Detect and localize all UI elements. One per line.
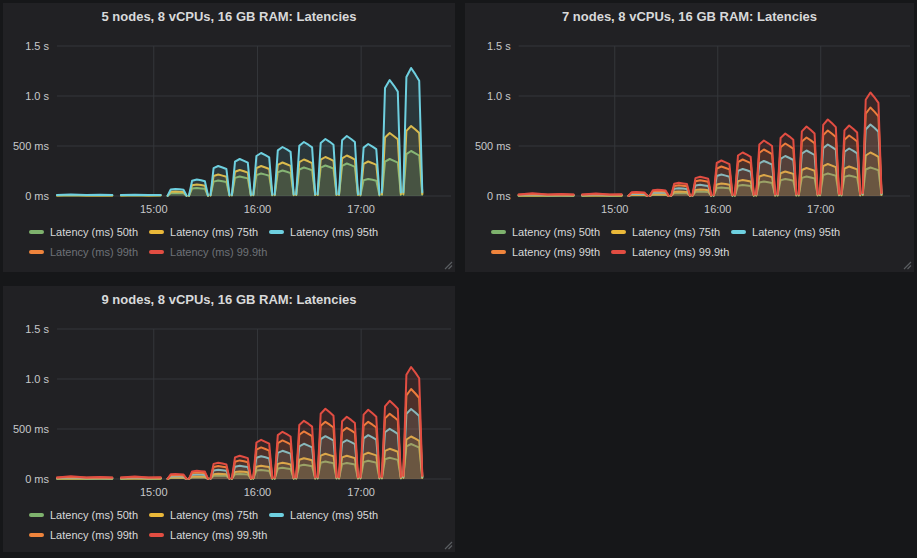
- legend-item[interactable]: Latency (ms) 99.9th: [611, 246, 729, 258]
- legend-series-swatch-icon: [149, 513, 164, 517]
- legend-row: Latency (ms) 50thLatency (ms) 75thLatenc…: [29, 509, 447, 521]
- y-axis-tick-label: 500 ms: [13, 423, 50, 435]
- chart-plot-area[interactable]: [519, 46, 910, 196]
- y-axis-tick-label: 500 ms: [475, 140, 511, 152]
- legend-row: Latency (ms) 99thLatency (ms) 99.9th: [491, 246, 906, 258]
- legend-series-swatch-icon: [269, 230, 284, 234]
- legend-row: Latency (ms) 99thLatency (ms) 99.9th: [29, 246, 447, 258]
- legend-item[interactable]: Latency (ms) 50th: [29, 226, 138, 238]
- y-axis-tick-label: 1.0 s: [25, 90, 49, 102]
- panel-resize-handle[interactable]: [902, 260, 912, 270]
- legend-series-label: Latency (ms) 75th: [170, 509, 258, 521]
- legend-item[interactable]: Latency (ms) 95th: [731, 226, 840, 238]
- legend-series-swatch-icon: [611, 230, 626, 234]
- legend-item[interactable]: Latency (ms) 95th: [269, 509, 378, 521]
- x-axis-tick-label: 16:00: [244, 486, 272, 498]
- latency-chart: 1.5 s1.0 s500 ms0 ms15:0016:0017:00: [3, 29, 455, 219]
- y-axis-tick-label: 1.5 s: [487, 40, 511, 52]
- latency-chart: 1.5 s1.0 s500 ms0 ms15:0016:0017:00: [465, 29, 914, 219]
- chart-plot-area[interactable]: [57, 329, 451, 479]
- dashboard-panel: 7 nodes, 8 vCPUs, 16 GB RAM: Latencies 1…: [465, 3, 914, 272]
- legend-item[interactable]: Latency (ms) 75th: [611, 226, 720, 238]
- legend-series-swatch-icon: [731, 230, 746, 234]
- legend-item[interactable]: Latency (ms) 95th: [269, 226, 378, 238]
- legend-series-label: Latency (ms) 99.9th: [170, 529, 267, 541]
- legend-series-label: Latency (ms) 99th: [50, 529, 138, 541]
- legend-item[interactable]: Latency (ms) 99th: [491, 246, 600, 258]
- legend-series-swatch-icon: [29, 513, 44, 517]
- panel-legend: Latency (ms) 50thLatency (ms) 75thLatenc…: [491, 226, 906, 266]
- legend-series-label: Latency (ms) 95th: [290, 509, 378, 521]
- dashboard-panel: 5 nodes, 8 vCPUs, 16 GB RAM: Latencies 1…: [3, 3, 455, 272]
- legend-row: Latency (ms) 50thLatency (ms) 75thLatenc…: [491, 226, 906, 238]
- legend-series-swatch-icon: [29, 533, 44, 537]
- legend-row: Latency (ms) 50thLatency (ms) 75thLatenc…: [29, 226, 447, 238]
- legend-item[interactable]: Latency (ms) 99.9th: [149, 246, 267, 258]
- legend-series-swatch-icon: [149, 533, 164, 537]
- y-axis-tick-label: 1.5 s: [25, 40, 49, 52]
- x-axis-tick-label: 17:00: [347, 203, 375, 215]
- legend-series-swatch-icon: [491, 230, 506, 234]
- chart-plot-area[interactable]: [57, 46, 451, 196]
- legend-series-swatch-icon: [29, 250, 44, 254]
- legend-item[interactable]: Latency (ms) 99th: [29, 529, 138, 541]
- legend-series-label: Latency (ms) 95th: [752, 226, 840, 238]
- legend-item[interactable]: Latency (ms) 99th: [29, 246, 138, 258]
- legend-series-label: Latency (ms) 50th: [50, 226, 138, 238]
- legend-series-label: Latency (ms) 75th: [632, 226, 720, 238]
- legend-item[interactable]: Latency (ms) 75th: [149, 509, 258, 521]
- legend-series-label: Latency (ms) 99.9th: [632, 246, 729, 258]
- legend-item[interactable]: Latency (ms) 50th: [29, 509, 138, 521]
- x-axis-tick-label: 17:00: [347, 486, 375, 498]
- panel-resize-handle[interactable]: [443, 260, 453, 270]
- x-axis-tick-label: 17:00: [807, 203, 834, 215]
- legend-series-swatch-icon: [611, 250, 626, 254]
- legend-series-label: Latency (ms) 75th: [170, 226, 258, 238]
- y-axis-tick-label: 0 ms: [487, 190, 511, 202]
- x-axis-tick-label: 16:00: [704, 203, 731, 215]
- y-axis-tick-label: 500 ms: [13, 140, 50, 152]
- legend-series-label: Latency (ms) 50th: [50, 509, 138, 521]
- legend-series-label: Latency (ms) 95th: [290, 226, 378, 238]
- x-axis-tick-label: 15:00: [601, 203, 628, 215]
- legend-series-label: Latency (ms) 99th: [50, 246, 138, 258]
- panel-title[interactable]: 5 nodes, 8 vCPUs, 16 GB RAM: Latencies: [3, 3, 455, 29]
- y-axis-tick-label: 0 ms: [25, 190, 49, 202]
- legend-series-swatch-icon: [269, 513, 284, 517]
- legend-series-label: Latency (ms) 99th: [512, 246, 600, 258]
- legend-item[interactable]: Latency (ms) 75th: [149, 226, 258, 238]
- x-axis-tick-label: 16:00: [244, 203, 272, 215]
- x-axis-tick-label: 15:00: [140, 486, 168, 498]
- legend-series-swatch-icon: [149, 250, 164, 254]
- legend-series-label: Latency (ms) 50th: [512, 226, 600, 238]
- y-axis-tick-label: 1.5 s: [25, 323, 49, 335]
- dashboard-panel: 9 nodes, 8 vCPUs, 16 GB RAM: Latencies 1…: [3, 286, 455, 552]
- legend-series-label: Latency (ms) 99.9th: [170, 246, 267, 258]
- legend-row: Latency (ms) 99thLatency (ms) 99.9th: [29, 529, 447, 541]
- panel-legend: Latency (ms) 50thLatency (ms) 75thLatenc…: [29, 226, 447, 266]
- y-axis-tick-label: 1.0 s: [487, 90, 511, 102]
- legend-series-swatch-icon: [29, 230, 44, 234]
- x-axis-tick-label: 15:00: [140, 203, 168, 215]
- legend-item[interactable]: Latency (ms) 99.9th: [149, 529, 267, 541]
- y-axis-tick-label: 0 ms: [25, 473, 49, 485]
- legend-item[interactable]: Latency (ms) 50th: [491, 226, 600, 238]
- legend-series-swatch-icon: [149, 230, 164, 234]
- panel-resize-handle[interactable]: [443, 540, 453, 550]
- legend-series-swatch-icon: [491, 250, 506, 254]
- latency-chart: 1.5 s1.0 s500 ms0 ms15:0016:0017:00: [3, 312, 455, 502]
- panel-legend: Latency (ms) 50thLatency (ms) 75thLatenc…: [29, 509, 447, 549]
- y-axis-tick-label: 1.0 s: [25, 373, 49, 385]
- panel-title[interactable]: 7 nodes, 8 vCPUs, 16 GB RAM: Latencies: [465, 3, 914, 29]
- panel-title[interactable]: 9 nodes, 8 vCPUs, 16 GB RAM: Latencies: [3, 286, 455, 312]
